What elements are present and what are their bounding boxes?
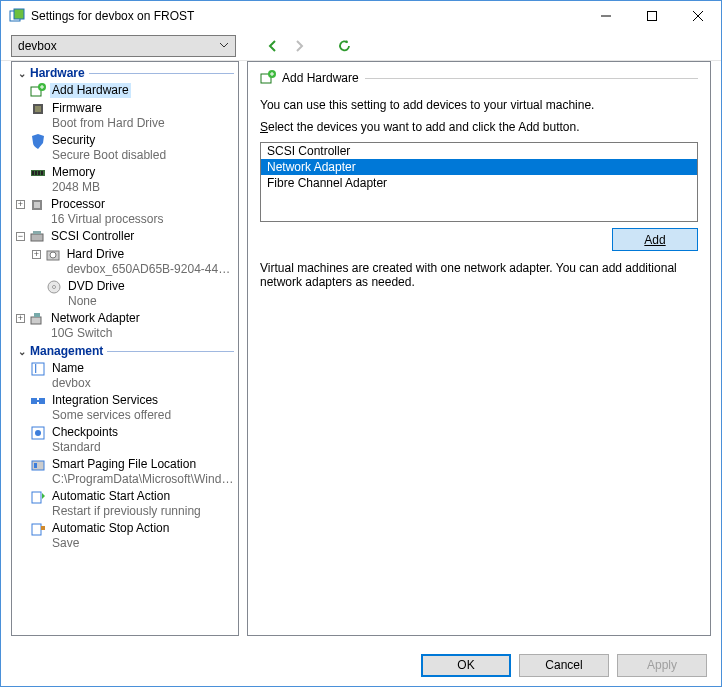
svg-rect-3 (648, 12, 657, 21)
svg-point-22 (50, 252, 56, 258)
add-hardware-icon (260, 70, 276, 86)
hard-drive-icon (45, 247, 61, 263)
content-title: Add Hardware (282, 71, 359, 85)
chevron-down-icon: ⌄ (16, 346, 28, 357)
maximize-button[interactable] (629, 1, 675, 31)
cancel-button[interactable]: Cancel (519, 654, 609, 677)
tree-item-autostart[interactable]: Automatic Start ActionRestart if previou… (12, 488, 238, 520)
controller-icon (29, 229, 45, 245)
shield-icon (30, 133, 46, 149)
svg-rect-11 (35, 106, 41, 112)
title-bar: Settings for devbox on FROST (1, 1, 721, 31)
tree-item-dvd-drive[interactable]: DVD DriveNone (12, 278, 238, 310)
chevron-down-icon: ⌄ (16, 68, 28, 79)
tree-item-checkpoints[interactable]: CheckpointsStandard (12, 424, 238, 456)
list-item-scsi[interactable]: SCSI Controller (261, 143, 697, 159)
tree-item-paging[interactable]: Smart Paging File LocationC:\ProgramData… (12, 456, 238, 488)
expand-icon[interactable]: + (32, 250, 41, 259)
tree-item-name[interactable]: I Namedevbox (12, 360, 238, 392)
memory-icon (30, 165, 46, 181)
dialog-footer: OK Cancel Apply (1, 644, 721, 686)
svg-rect-15 (38, 171, 40, 175)
network-adapter-icon (29, 311, 45, 327)
tree-item-scsi-controller[interactable]: − SCSI Controller (12, 228, 238, 246)
settings-window: Settings for devbox on FROST devbox ⌄ Ha… (0, 0, 722, 687)
settings-tree[interactable]: ⌄ Hardware Add Hardware FirmwareBoot fro… (11, 61, 239, 636)
svg-rect-20 (33, 231, 41, 234)
name-icon: I (30, 361, 46, 377)
svg-rect-26 (34, 313, 40, 317)
tree-item-hard-drive[interactable]: + Hard Drivedevbox_650AD65B-9204-4449... (12, 246, 238, 278)
apply-button[interactable]: Apply (617, 654, 707, 677)
section-hardware[interactable]: ⌄ Hardware (12, 64, 238, 82)
collapse-icon[interactable]: − (16, 232, 25, 241)
section-management[interactable]: ⌄ Management (12, 342, 238, 360)
tree-item-memory[interactable]: Memory2048 MB (12, 164, 238, 196)
svg-rect-35 (34, 463, 37, 468)
svg-text:I: I (34, 362, 37, 376)
cpu-icon (29, 197, 45, 213)
refresh-button[interactable] (336, 37, 354, 55)
nav-forward-button[interactable] (290, 37, 308, 55)
svg-rect-29 (31, 398, 37, 404)
svg-rect-14 (35, 171, 37, 175)
window-title: Settings for devbox on FROST (31, 9, 583, 23)
autostop-icon (30, 521, 46, 537)
ok-button[interactable]: OK (421, 654, 511, 677)
paging-icon (30, 457, 46, 473)
expand-icon[interactable]: + (16, 200, 25, 209)
dvd-icon (46, 279, 62, 295)
list-item-network-adapter[interactable]: Network Adapter (261, 159, 697, 175)
content-hint: Virtual machines are created with one ne… (260, 261, 698, 289)
svg-rect-19 (31, 234, 43, 241)
integration-icon (30, 393, 46, 409)
svg-rect-16 (41, 171, 43, 175)
app-icon (9, 8, 25, 24)
add-button[interactable]: Add (612, 228, 698, 251)
content-desc1: You can use this setting to add devices … (260, 98, 698, 112)
device-listbox[interactable]: SCSI Controller Network Adapter Fibre Ch… (260, 142, 698, 222)
chip-icon (30, 101, 46, 117)
vm-selector-value: devbox (18, 39, 57, 53)
tree-item-integration[interactable]: Integration ServicesSome services offere… (12, 392, 238, 424)
svg-point-24 (53, 286, 56, 289)
chevron-down-icon (219, 40, 229, 50)
svg-rect-13 (32, 171, 34, 175)
add-hardware-icon (30, 83, 46, 99)
svg-rect-18 (34, 202, 40, 208)
tree-item-firmware[interactable]: FirmwareBoot from Hard Drive (12, 100, 238, 132)
autostart-icon (30, 489, 46, 505)
tree-item-security[interactable]: SecuritySecure Boot disabled (12, 132, 238, 164)
svg-rect-1 (14, 9, 24, 19)
tree-item-add-hardware[interactable]: Add Hardware (12, 82, 238, 100)
svg-rect-30 (39, 398, 45, 404)
tree-item-autostop[interactable]: Automatic Stop ActionSave (12, 520, 238, 552)
close-button[interactable] (675, 1, 721, 31)
svg-rect-36 (32, 492, 41, 503)
checkpoints-icon (30, 425, 46, 441)
tree-item-network-adapter[interactable]: + Network Adapter10G Switch (12, 310, 238, 342)
nav-back-button[interactable] (264, 37, 282, 55)
minimize-button[interactable] (583, 1, 629, 31)
svg-rect-38 (41, 526, 45, 530)
tree-item-processor[interactable]: + Processor16 Virtual processors (12, 196, 238, 228)
content-desc2: Select the devices you want to add and c… (260, 120, 698, 134)
svg-point-33 (35, 430, 41, 436)
list-item-fibre-channel[interactable]: Fibre Channel Adapter (261, 175, 697, 191)
vm-selector-combo[interactable]: devbox (11, 35, 236, 57)
svg-rect-25 (31, 317, 41, 324)
svg-rect-34 (32, 461, 44, 470)
content-pane: Add Hardware You can use this setting to… (247, 61, 711, 636)
svg-rect-37 (32, 524, 41, 535)
expand-icon[interactable]: + (16, 314, 25, 323)
toolbar: devbox (1, 31, 721, 61)
